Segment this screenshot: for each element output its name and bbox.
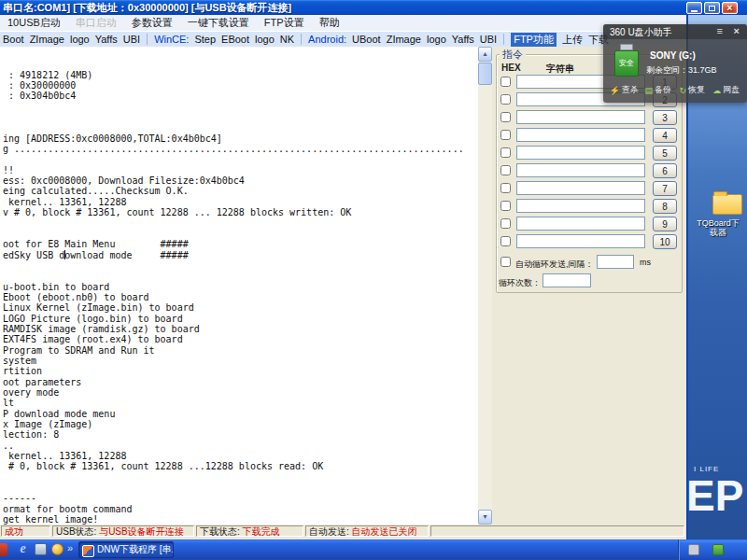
toolbar-button-NK[interactable]: NK — [280, 34, 294, 45]
quicklaunch-overflow-chevron[interactable]: » — [67, 542, 73, 553]
send-command-button-9[interactable]: 9 — [653, 217, 677, 231]
toolbar-button-Boot[interactable]: Boot — [3, 34, 24, 45]
menu-item-串口启动[interactable]: 串口启动 — [68, 15, 124, 31]
string-column-header: 字符串 — [546, 63, 574, 76]
internet-explorer-icon[interactable]: e — [16, 540, 30, 556]
send-command-button-3[interactable]: 3 — [653, 110, 677, 125]
widget-button-label: 查杀 — [622, 84, 639, 96]
partial-start-icon[interactable] — [0, 543, 7, 556]
widget-button-netdisk[interactable]: ☁网盘 — [710, 82, 744, 98]
text-caret — [64, 250, 65, 259]
hex-checkbox-1[interactable] — [500, 77, 511, 87]
toolbar-button-UBI[interactable]: UBI — [480, 34, 497, 45]
toolbar-button-ZImage[interactable]: ZImage — [30, 34, 64, 45]
send-command-button-7[interactable]: 7 — [653, 181, 677, 196]
command-string-input-4[interactable] — [516, 128, 645, 142]
widget-close-icon[interactable]: × — [734, 25, 740, 36]
toolbar-button-logo[interactable]: logo — [255, 34, 275, 45]
send-command-button-5[interactable]: 5 — [653, 146, 677, 161]
hex-checkbox-6[interactable] — [500, 165, 511, 175]
widget-button-restore[interactable]: ↻恢复 — [675, 82, 710, 98]
send-command-button-8[interactable]: 8 — [653, 199, 677, 214]
terminal-output[interactable]: : 4918212 (4MB) : 0x30000000 : 0x304b0bc… — [0, 47, 478, 525]
command-panel: 指令 HEX 字符串 12345678910 自动循环发送,间隔： ms 循环次… — [492, 47, 686, 525]
usb-drive-icon: 安全 — [614, 44, 639, 77]
toolbar-group-label: WinCE: — [154, 34, 189, 45]
command-string-input-10[interactable] — [516, 234, 645, 248]
close-button[interactable]: × — [722, 2, 738, 14]
close-icon: × — [727, 4, 733, 13]
folder-label[interactable]: TQBoard下载器 — [694, 218, 742, 237]
toolbar-button-UBoot[interactable]: UBoot — [352, 34, 381, 45]
hex-checkbox-10[interactable] — [500, 236, 511, 246]
scroll-down-button[interactable]: ▼ — [478, 510, 492, 525]
status-pane-usb: USB状态: 与USB设备断开连接 — [52, 525, 194, 537]
toolbar-button-Step[interactable]: Step — [194, 34, 216, 45]
command-string-input-3[interactable] — [516, 110, 645, 124]
menu-item-10USB启动[interactable]: 10USB启动 — [0, 15, 68, 31]
toolbar-button-ZImage[interactable]: ZImage — [387, 34, 421, 45]
vertical-scrollbar[interactable]: ▲ ▼ — [478, 47, 492, 525]
send-command-button-4[interactable]: 4 — [653, 128, 677, 143]
send-command-button-6[interactable]: 6 — [653, 163, 677, 178]
command-string-input-9[interactable] — [516, 217, 645, 231]
system-tray — [678, 539, 747, 560]
menu-item-参数设置[interactable]: 参数设置 — [124, 15, 180, 31]
statusbar: 成功 USB状态: 与USB设备断开连接 下载状态: 下载完成 自动发送: 自动… — [0, 525, 686, 538]
hex-checkbox-8[interactable] — [500, 201, 511, 211]
autosend-status-label: 自动发送: — [309, 526, 349, 537]
tray-usb-icon[interactable] — [712, 544, 724, 555]
toolbar-button-logo[interactable]: logo — [427, 34, 446, 45]
taskbar: e » DNW下载程序 [串.. — [0, 539, 747, 560]
menu-item-一键下载设置[interactable]: 一键下载设置 — [180, 15, 257, 31]
menu-item-帮助[interactable]: 帮助 — [312, 15, 347, 31]
restore-icon: ↻ — [679, 86, 686, 95]
command-string-input-7[interactable] — [516, 181, 645, 195]
download-status-value: 下载完成 — [243, 526, 280, 537]
quicklaunch-gold-icon[interactable] — [51, 543, 63, 555]
app-window: 10USB启动串口启动参数设置一键下载设置FTP设置帮助 BootZImagel… — [0, 15, 688, 539]
titlebar[interactable]: 串口名:COM1] [下载地址：0x30000000] [与USB设备断开连接]… — [0, 0, 747, 15]
hex-checkbox-5[interactable] — [500, 147, 511, 158]
toolbar-button-上传[interactable]: 上传 — [562, 33, 583, 47]
command-string-input-6[interactable] — [516, 163, 645, 177]
minimize-button[interactable] — [686, 2, 702, 14]
auto-send-unit: ms — [640, 258, 651, 267]
task-button-label: DNW下载程序 [串.. — [97, 544, 174, 554]
minimize-icon — [691, 10, 698, 12]
widget-header[interactable]: 360 U盘小助手 ≡ × — [603, 24, 747, 39]
widget-360-usb-assistant: 360 U盘小助手 ≡ × 安全 SONY (G:) 剩余空间：31.7GB ⚡… — [603, 24, 747, 103]
command-string-input-8[interactable] — [516, 199, 645, 213]
hex-checkbox-3[interactable] — [500, 112, 511, 122]
hex-checkbox-9[interactable] — [500, 218, 511, 229]
toolbar-ftp-toggle[interactable]: FTP功能 — [511, 33, 557, 47]
auto-send-checkbox[interactable] — [500, 257, 511, 267]
command-string-input-5[interactable] — [516, 146, 645, 160]
folder-icon[interactable] — [712, 194, 742, 215]
status-pane-download: 下载状态: 下载完成 — [196, 525, 303, 537]
scroll-up-button[interactable]: ▲ — [478, 47, 492, 62]
restore-button[interactable] — [704, 2, 720, 14]
widget-menu-icon[interactable]: ≡ — [717, 25, 723, 36]
loop-count-label: 循环次数： — [499, 277, 541, 289]
hex-checkbox-4[interactable] — [500, 130, 511, 140]
toolbar-button-Yaffs[interactable]: Yaffs — [95, 34, 118, 45]
cloud-icon: ☁ — [712, 86, 721, 95]
widget-button-scan[interactable]: ⚡查杀 — [607, 82, 641, 98]
hex-checkbox-7[interactable] — [500, 183, 511, 193]
auto-send-interval-input[interactable] — [597, 255, 634, 269]
hex-checkbox-2[interactable] — [500, 94, 511, 105]
widget-button-backup[interactable]: ▤备份 — [641, 82, 676, 98]
toolbar: BootZImagelogoYaffsUBIWinCE:StepEBootlog… — [0, 32, 686, 48]
scrollbar-thumb[interactable] — [478, 63, 492, 85]
toolbar-button-logo[interactable]: logo — [70, 34, 90, 45]
toolbar-button-Yaffs[interactable]: Yaffs — [452, 34, 474, 45]
quicklaunch-window-icon[interactable] — [35, 543, 47, 555]
taskbar-task-button[interactable]: DNW下载程序 [串.. — [78, 541, 174, 558]
send-command-button-10[interactable]: 10 — [653, 234, 677, 249]
toolbar-button-EBoot[interactable]: EBoot — [221, 34, 249, 45]
toolbar-button-UBI[interactable]: UBI — [123, 34, 140, 45]
tray-device-icon[interactable] — [688, 544, 699, 555]
menu-item-FTP设置[interactable]: FTP设置 — [257, 15, 312, 31]
loop-count-input[interactable] — [543, 273, 591, 287]
